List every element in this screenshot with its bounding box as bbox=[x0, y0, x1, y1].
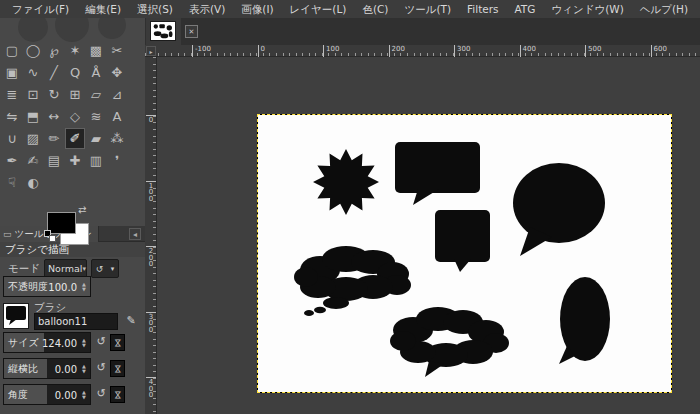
menu-item-8[interactable]: Filters bbox=[459, 0, 506, 18]
paintbrush-icon: ✐ bbox=[70, 131, 81, 146]
reset-icon[interactable]: ↺ bbox=[94, 387, 108, 401]
slider-row-2: 角度0.00▲▼↺⋈ bbox=[0, 384, 145, 405]
brush-preview-image bbox=[4, 304, 28, 328]
slider-row-1: 縦横比0.00▲▼↺⋈ bbox=[0, 358, 145, 379]
image-tab[interactable] bbox=[146, 18, 181, 45]
tool-fuzzy-select[interactable]: ✶ bbox=[65, 40, 85, 61]
link-icon[interactable]: ⋈ bbox=[110, 386, 125, 403]
slider-1[interactable]: 縦横比0.00▲▼ bbox=[3, 358, 91, 379]
image-canvas[interactable] bbox=[258, 115, 671, 392]
crop-icon: ⊡ bbox=[28, 87, 39, 102]
balloon-shapes bbox=[258, 115, 671, 392]
opacity-spinner[interactable]: ▲▼ bbox=[79, 277, 89, 296]
tool-flip[interactable]: ⇋ bbox=[2, 106, 22, 127]
mode-options-buttons[interactable]: ↺ ▾ bbox=[91, 259, 119, 278]
link-icon[interactable]: ⋈ bbox=[110, 334, 125, 351]
menu-item-3[interactable]: 表示(V) bbox=[181, 0, 233, 18]
handle-transform-icon: ↔ bbox=[49, 109, 60, 124]
tool-heal[interactable]: ✚ bbox=[65, 150, 85, 171]
tool-clone[interactable]: ▤ bbox=[44, 150, 64, 171]
reset-icon[interactable]: ↺ bbox=[94, 361, 108, 375]
tool-warp-transform[interactable]: ≋ bbox=[86, 106, 106, 127]
ruler-corner-menu-button[interactable]: ▸ bbox=[146, 46, 156, 56]
menu-item-9[interactable]: ATG bbox=[507, 0, 544, 18]
h-ruler-label: 200 bbox=[389, 45, 405, 57]
tool-ink[interactable]: ✒ bbox=[2, 150, 22, 171]
swap-colors-icon[interactable]: ⇄ bbox=[78, 204, 86, 215]
tool-handle-transform[interactable]: ↔ bbox=[44, 106, 64, 127]
menu-item-0[interactable]: ファイル(F) bbox=[4, 0, 77, 18]
link-icon[interactable]: ⋈ bbox=[110, 360, 125, 377]
tool-ellipse-select[interactable]: ◯ bbox=[23, 40, 43, 61]
starburst-balloon bbox=[313, 149, 379, 215]
tool-transform-3d[interactable]: ⬒ bbox=[23, 106, 43, 127]
menu-item-4[interactable]: 画像(I) bbox=[233, 0, 281, 18]
tool-color-picker[interactable]: ╱ bbox=[44, 62, 64, 83]
tool-blur-sharpen[interactable]: ❜ bbox=[107, 150, 127, 171]
tool-zoom[interactable]: Q bbox=[65, 62, 85, 83]
tool-measure[interactable]: Å bbox=[86, 62, 106, 83]
slider-spinner[interactable]: ▲▼ bbox=[79, 333, 89, 352]
slider-0[interactable]: サイズ124.00▲▼ bbox=[3, 332, 91, 353]
slider-row-0: サイズ124.00▲▼↺⋈ bbox=[0, 332, 145, 353]
transform-3d-icon: ⬒ bbox=[27, 109, 39, 124]
tool-select-by-color[interactable]: ▩ bbox=[86, 40, 106, 61]
opacity-slider[interactable]: 不透明度 100.0 ▲▼ bbox=[3, 276, 91, 297]
tab-menu-button[interactable]: ◂ bbox=[129, 228, 141, 240]
fuzzy-select-icon: ✶ bbox=[70, 43, 81, 58]
tool-foreground-select[interactable]: ▣ bbox=[2, 62, 22, 83]
close-tab-icon[interactable]: ✕ bbox=[185, 25, 198, 38]
tool-crop[interactable]: ⊡ bbox=[23, 84, 43, 105]
scale-icon: ⊞ bbox=[70, 87, 81, 102]
v-ruler-label: 0 bbox=[146, 115, 156, 124]
v-ruler-label: 200 bbox=[146, 246, 156, 268]
clone-icon: ▤ bbox=[48, 153, 60, 168]
tool-paintbrush[interactable]: ✐ bbox=[65, 128, 85, 149]
edit-brush-icon[interactable]: ✎ bbox=[123, 314, 139, 329]
tool-shear[interactable]: ▱ bbox=[86, 84, 106, 105]
tool-text[interactable]: A bbox=[107, 106, 127, 127]
tool-scale[interactable]: ⊞ bbox=[65, 84, 85, 105]
vertical-ruler[interactable]: 0100200300400 bbox=[145, 57, 157, 414]
menu-item-2[interactable]: 選択(S) bbox=[129, 0, 181, 18]
slider-label: 角度 bbox=[8, 388, 28, 402]
horizontal-ruler[interactable]: -1000100200300400500600 bbox=[145, 45, 700, 57]
default-colors-icon[interactable] bbox=[44, 230, 56, 242]
reset-icon[interactable]: ↺ bbox=[94, 335, 108, 349]
tool-gradient[interactable]: ▨ bbox=[23, 128, 43, 149]
brush-preview[interactable] bbox=[3, 303, 29, 329]
tool-free-select[interactable]: ℘ bbox=[44, 40, 64, 61]
tool-mypaint-brush[interactable]: ✍ bbox=[23, 150, 43, 171]
tool-bucket-fill[interactable]: ∪ bbox=[2, 128, 22, 149]
menu-item-6[interactable]: 色(C) bbox=[354, 0, 396, 18]
tool-scissors-select[interactable]: ✂ bbox=[107, 40, 127, 61]
tool-cage-transform[interactable]: ◇ bbox=[65, 106, 85, 127]
h-ruler-label: -100 bbox=[192, 45, 211, 57]
tool-perspective-clone[interactable]: ▥ bbox=[86, 150, 106, 171]
menu-item-11[interactable]: ヘルプ(H) bbox=[632, 0, 696, 18]
tool-rectangle-select[interactable]: ▢ bbox=[2, 40, 22, 61]
slider-spinner[interactable]: ▲▼ bbox=[79, 385, 89, 404]
menu-item-7[interactable]: ツール(T) bbox=[396, 0, 459, 18]
v-ruler-label: 300 bbox=[146, 312, 156, 334]
tool-perspective[interactable]: ⊿ bbox=[107, 84, 127, 105]
tool-paths[interactable]: ∿ bbox=[23, 62, 43, 83]
slider-spinner[interactable]: ▲▼ bbox=[79, 359, 89, 378]
move-icon: ✥ bbox=[112, 65, 123, 80]
tool-rotate[interactable]: ↻ bbox=[44, 84, 64, 105]
menu-item-5[interactable]: レイヤー(L) bbox=[282, 0, 355, 18]
tool-eraser[interactable]: ▰ bbox=[86, 128, 106, 149]
brush-name-input[interactable]: balloon11 bbox=[34, 313, 118, 330]
tool-align[interactable]: ≣ bbox=[2, 84, 22, 105]
tool-airbrush[interactable]: ⁂ bbox=[107, 128, 127, 149]
tool-pencil[interactable]: ✏ bbox=[44, 128, 64, 149]
round-speech-balloon bbox=[513, 163, 605, 256]
rectangle-select-icon: ▢ bbox=[6, 43, 18, 58]
tool-options-icon: ▭ bbox=[3, 229, 12, 239]
menu-item-10[interactable]: ウィンドウ(W) bbox=[543, 0, 631, 18]
h-ruler-label: 100 bbox=[323, 45, 339, 57]
slider-2[interactable]: 角度0.00▲▼ bbox=[3, 384, 91, 405]
tool-move[interactable]: ✥ bbox=[107, 62, 127, 83]
gradient-icon: ▨ bbox=[27, 131, 39, 146]
menu-item-1[interactable]: 編集(E) bbox=[77, 0, 129, 18]
